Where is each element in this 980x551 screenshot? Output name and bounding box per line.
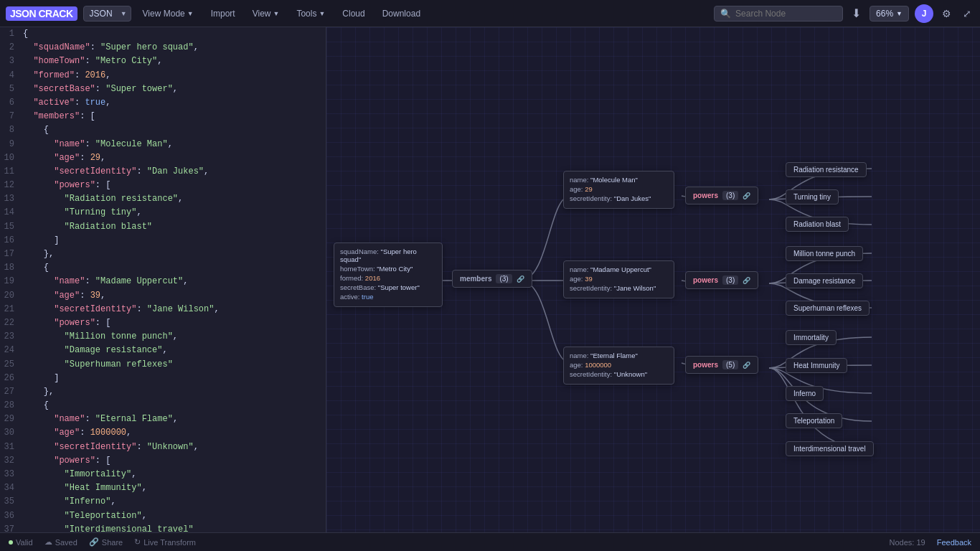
code-line: 3 "homeTown": "Metro City", bbox=[0, 55, 326, 68]
code-panel[interactable]: 1 { 2 "squadName": "Super hero squad", 3… bbox=[0, 27, 326, 532]
settings-icon[interactable]: ⚙ bbox=[939, 5, 954, 22]
saved-label: Saved bbox=[55, 538, 77, 547]
leaf-damage-resistance: Damage resistance bbox=[786, 273, 863, 288]
code-line: 33 "Immortality", bbox=[0, 468, 326, 481]
share-label[interactable]: Share bbox=[102, 538, 123, 547]
cloud-menu[interactable]: Cloud bbox=[336, 6, 370, 22]
leaf-teleportation: Teleportation bbox=[786, 413, 842, 428]
fullscreen-icon[interactable]: ⤢ bbox=[960, 5, 974, 22]
member-1-node[interactable]: name: "Molecule Man" age: 29 secretIdent… bbox=[563, 171, 674, 209]
main-area: 1 { 2 "squadName": "Super hero squad", 3… bbox=[0, 27, 980, 532]
code-line: 14 "Turning tiny", bbox=[0, 206, 326, 220]
code-line: 9 "name": "Molecule Man", bbox=[0, 138, 326, 151]
code-line: 1 { bbox=[0, 27, 326, 41]
code-line: 4 "formed": 2016, bbox=[0, 69, 326, 83]
download-button[interactable]: Download bbox=[377, 6, 426, 22]
code-line: 8 { bbox=[0, 123, 326, 137]
status-bar: Valid ☁ Saved 🔗 Share ↻ Live Transform N… bbox=[0, 532, 980, 551]
format-select[interactable]: JSON YAML XML bbox=[83, 6, 131, 22]
import-menu[interactable]: Import bbox=[205, 6, 241, 22]
powers-2-node[interactable]: powers (3) 🔗 bbox=[685, 271, 758, 289]
member-2-node[interactable]: name: "Madame Uppercut" age: 39 secretId… bbox=[563, 260, 674, 298]
download-icon-button[interactable]: ⬇ bbox=[849, 4, 864, 23]
members-array-node[interactable]: members (3) 🔗 bbox=[452, 270, 532, 288]
powers-3-node[interactable]: powers (5) 🔗 bbox=[685, 356, 758, 374]
powers-3-label: powers bbox=[693, 361, 718, 369]
leaf-turning-tiny: Turning tiny bbox=[786, 189, 839, 204]
powers-2-link-icon[interactable]: 🔗 bbox=[743, 277, 750, 284]
code-line: 35 "Inferno", bbox=[0, 495, 326, 509]
code-line: 31 "secretIdentity": "Unknown", bbox=[0, 441, 326, 454]
code-line: 12 "powers": [ bbox=[0, 179, 326, 192]
powers-1-node[interactable]: powers (3) 🔗 bbox=[685, 187, 758, 204]
valid-dot bbox=[9, 540, 13, 545]
share-status[interactable]: 🔗 Share bbox=[89, 537, 123, 547]
code-line: 30 "age": 1000000, bbox=[0, 426, 326, 440]
feedback-button[interactable]: Feedback bbox=[937, 538, 971, 547]
code-line: 28 { bbox=[0, 399, 326, 413]
link-icon: 🔗 bbox=[89, 537, 99, 547]
members-link-icon[interactable]: 🔗 bbox=[517, 276, 524, 283]
leaf-million-tonne-punch: Million tonne punch bbox=[786, 246, 863, 261]
members-label: members bbox=[460, 275, 491, 283]
refresh-icon: ↻ bbox=[134, 537, 141, 547]
leaf-inferno: Inferno bbox=[786, 386, 824, 401]
code-line: 19 "name": "Madame Uppercut", bbox=[0, 275, 326, 288]
live-transform-label: Live Transform bbox=[143, 538, 196, 547]
leaf-immortality: Immortality bbox=[786, 330, 837, 345]
app-logo: JSON CRACK bbox=[6, 6, 77, 21]
powers-2-count: (3) bbox=[722, 276, 738, 285]
code-line: 16 ] bbox=[0, 234, 326, 248]
leaf-interdimensional-travel: Interdimensional travel bbox=[786, 441, 874, 456]
view-menu[interactable]: View ▼ bbox=[247, 6, 286, 22]
view-mode-menu[interactable]: View Mode ▼ bbox=[137, 6, 199, 22]
code-line: 26 ] bbox=[0, 372, 326, 385]
root-field: squadName: "Super hero squad" bbox=[340, 248, 436, 263]
leaf-superhuman-reflexes: Superhuman reflexes bbox=[786, 301, 870, 316]
code-line: 13 "Radiation resistance", bbox=[0, 192, 326, 206]
code-line: 5 "secretBase": "Super tower", bbox=[0, 83, 326, 96]
code-line: 29 "name": "Eternal Flame", bbox=[0, 413, 326, 426]
code-line: 6 "active": true, bbox=[0, 96, 326, 110]
root-node[interactable]: squadName: "Super hero squad" homeTown: … bbox=[334, 242, 443, 307]
zoom-control[interactable]: 66% ▼ bbox=[870, 6, 909, 22]
member-3-node[interactable]: name: "Eternal Flame" age: 1000000 secre… bbox=[563, 347, 674, 385]
leaf-radiation-blast: Radiation blast bbox=[786, 217, 849, 232]
avatar[interactable]: J bbox=[915, 4, 933, 23]
code-line: 20 "age": 39, bbox=[0, 289, 326, 303]
powers-2-label: powers bbox=[693, 276, 718, 284]
code-line: 37 "Interdimensional travel" bbox=[0, 523, 326, 532]
valid-status: Valid bbox=[9, 538, 33, 547]
code-line: 2 "squadName": "Super hero squad", bbox=[0, 41, 326, 55]
powers-1-link-icon[interactable]: 🔗 bbox=[743, 192, 750, 199]
tools-menu[interactable]: Tools ▼ bbox=[291, 6, 331, 22]
live-transform-status[interactable]: ↻ Live Transform bbox=[134, 537, 196, 547]
code-line: 18 { bbox=[0, 261, 326, 275]
code-line: 34 "Heat Immunity", bbox=[0, 481, 326, 495]
statusbar-right: Nodes: 19 Feedback bbox=[890, 538, 971, 547]
code-line: 36 "Teleportation", bbox=[0, 509, 326, 523]
search-icon: 🔍 bbox=[720, 9, 731, 19]
code-line: 15 "Radiation blast" bbox=[0, 220, 326, 234]
powers-3-count: (5) bbox=[722, 360, 738, 369]
code-line: 7 "members": [ bbox=[0, 110, 326, 123]
code-line: 27 }, bbox=[0, 385, 326, 399]
code-line: 24 "Damage resistance", bbox=[0, 344, 326, 357]
code-line: 21 "secretIdentity": "Jane Wilson", bbox=[0, 303, 326, 316]
code-line: 23 "Million tonne punch", bbox=[0, 330, 326, 344]
root-field: secretBase: "Super tower" bbox=[340, 283, 436, 291]
code-line: 22 "powers": [ bbox=[0, 316, 326, 330]
search-input[interactable] bbox=[735, 9, 837, 19]
search-box[interactable]: 🔍 bbox=[714, 6, 843, 22]
code-line: 11 "secretIdentity": "Dan Jukes", bbox=[0, 165, 326, 179]
root-field: formed: 2016 bbox=[340, 274, 436, 282]
powers-3-link-icon[interactable]: 🔗 bbox=[743, 362, 750, 369]
saved-status: ☁ Saved bbox=[44, 537, 77, 547]
leaf-heat-immunity: Heat Immunity bbox=[786, 358, 847, 373]
graph-panel[interactable]: squadName: "Super hero squad" homeTown: … bbox=[326, 27, 980, 532]
nodes-count: Nodes: 19 bbox=[890, 538, 925, 547]
root-field: active: true bbox=[340, 293, 436, 301]
members-count: (3) bbox=[496, 274, 512, 283]
powers-1-label: powers bbox=[693, 192, 718, 199]
header: JSON CRACK JSON YAML XML ▼ View Mode ▼ I… bbox=[0, 0, 980, 27]
